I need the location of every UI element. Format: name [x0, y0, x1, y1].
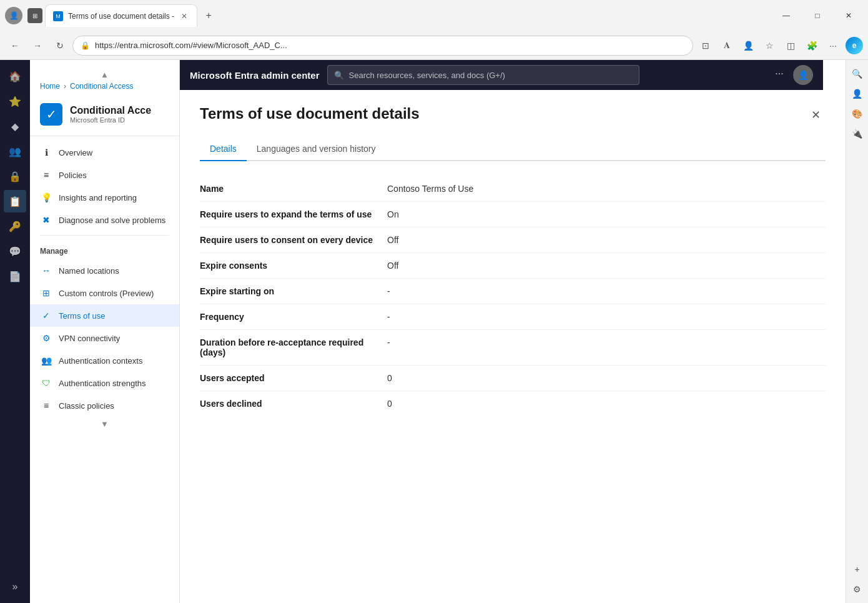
favorites-icon[interactable]: ☆	[759, 36, 779, 56]
scroll-up-button[interactable]: ▲	[30, 67, 179, 82]
more-options-button[interactable]: ···	[771, 65, 788, 82]
close-button[interactable]: ✕	[834, 6, 863, 26]
minimize-button[interactable]: —	[772, 6, 801, 26]
sidebar-toggle-icon[interactable]: ◫	[781, 36, 801, 56]
nav-item-auth-contexts[interactable]: 👥 Authentication contexts	[30, 349, 179, 372]
refresh-button[interactable]: ↻	[50, 36, 70, 56]
sidebar-icon-favorites[interactable]: ⭐	[4, 90, 26, 112]
field-value-require-expand: On	[387, 209, 399, 219]
browser-frame: 👤 ⊞ M Terms of use document details - ✕ …	[0, 0, 868, 603]
nav-item-terms-of-use-label: Terms of use	[59, 311, 105, 321]
nav-item-custom-controls[interactable]: ⊞ Custom controls (Preview)	[30, 282, 179, 304]
app-title: Microsoft Entra admin center	[190, 70, 320, 81]
sidebar-icon-security[interactable]: 🔒	[4, 165, 26, 187]
sidebar-icon-chat[interactable]: 💬	[4, 240, 26, 262]
breadcrumb-conditional-access[interactable]: Conditional Access	[70, 82, 133, 91]
sidebar-header-subtitle: Microsoft Entra ID	[70, 116, 151, 124]
extensions-icon[interactable]: 🧩	[802, 36, 822, 56]
scroll-down-button[interactable]: ▼	[30, 417, 179, 431]
nav-item-diagnose[interactable]: ✖ Diagnose and solve problems	[30, 209, 179, 231]
app-header: Microsoft Entra admin center 🔍 Search re…	[180, 60, 823, 90]
address-bar[interactable]: 🔒 https://entra.microsoft.com/#view/Micr…	[72, 36, 693, 56]
nav-item-classic-policies-label: Classic policies	[59, 401, 114, 411]
search-placeholder: Search resources, services, and docs (G+…	[349, 71, 505, 80]
field-label-users-accepted: Users accepted	[200, 373, 387, 383]
field-label-require-expand: Require users to expand the terms of use	[200, 209, 387, 219]
lock-icon: 🔒	[81, 41, 90, 50]
sidebar-icon-home[interactable]: 🏠	[4, 65, 26, 87]
nav-item-auth-strengths[interactable]: 🛡 Authentication strengths	[30, 372, 179, 394]
maximize-button[interactable]: □	[803, 6, 832, 26]
field-label-require-device: Require users to consent on every device	[200, 235, 387, 245]
main-layout: 🏠 ⭐ ◆ 👥 🔒 📋 🔑 💬 📄 » ▲ Home › Conditional…	[0, 60, 868, 603]
app-search-bar[interactable]: 🔍 Search resources, services, and docs (…	[327, 65, 639, 85]
nav-item-custom-controls-label: Custom controls (Preview)	[59, 289, 154, 298]
sidebar-icon-compliance[interactable]: 📋	[4, 190, 26, 212]
nav-item-insights[interactable]: 💡 Insights and reporting	[30, 186, 179, 209]
field-value-expire-starting: -	[387, 286, 390, 296]
sidebar-icon-identity[interactable]: ◆	[4, 115, 26, 137]
breadcrumb-home[interactable]: Home	[40, 82, 60, 91]
detail-panel-close-button[interactable]: ✕	[806, 105, 826, 125]
nav-item-overview[interactable]: ℹ Overview	[30, 141, 179, 164]
tab-favicon: M	[53, 11, 63, 21]
field-label-frequency: Frequency	[200, 312, 387, 322]
more-tools-icon[interactable]: ···	[823, 36, 843, 56]
field-value-users-declined: 0	[387, 399, 392, 409]
field-label-expire-consents: Expire consents	[200, 261, 387, 271]
tab-close-button[interactable]: ✕	[179, 11, 189, 21]
tab-title: Terms of use document details -	[68, 12, 174, 21]
nav-item-policies[interactable]: ≡ Policies	[30, 164, 179, 186]
header-profile-button[interactable]: 👤	[793, 65, 813, 85]
terms-of-use-icon: ✓	[40, 309, 52, 322]
toolbar-actions: ⊡ 𝐀 👤 ☆ ◫ 🧩 ···	[696, 36, 843, 56]
tab-languages-version-history[interactable]: Languages and version history	[247, 137, 386, 161]
field-label-name: Name	[200, 184, 387, 194]
detail-panel-title: Terms of use document details	[200, 105, 420, 122]
overview-icon: ℹ	[40, 146, 52, 159]
sidebar-icon-expand[interactable]: »	[4, 576, 26, 598]
classic-policies-icon: ≡	[40, 399, 52, 412]
forward-button[interactable]: →	[27, 36, 47, 56]
edge-settings-icon[interactable]: ⚙	[849, 581, 866, 598]
split-view-icon[interactable]: ⊡	[696, 36, 716, 56]
detail-panel-header: Terms of use document details ✕	[200, 105, 826, 125]
grid-icon: ⊞	[27, 8, 42, 23]
browser-tab-active[interactable]: M Terms of use document details - ✕	[45, 4, 197, 27]
account-icon[interactable]: 👤	[738, 36, 758, 56]
icon-sidebar: 🏠 ⭐ ◆ 👥 🔒 📋 🔑 💬 📄 »	[0, 60, 30, 603]
back-button[interactable]: ←	[5, 36, 25, 56]
edge-theme-icon[interactable]: 🎨	[849, 105, 866, 122]
field-value-require-device: Off	[387, 235, 398, 245]
edge-search-icon[interactable]: 🔍	[849, 65, 866, 82]
field-value-expire-consents: Off	[387, 261, 398, 271]
table-row: Require users to consent on every device…	[200, 227, 826, 253]
breadcrumb: Home › Conditional Access	[30, 82, 179, 98]
edge-add-icon[interactable]: +	[849, 561, 866, 578]
table-row: Expire starting on -	[200, 279, 826, 304]
nav-item-terms-of-use[interactable]: ✓ Terms of use	[30, 304, 179, 327]
table-row: Expire consents Off	[200, 253, 826, 279]
read-aloud-icon[interactable]: 𝐀	[717, 36, 737, 56]
nav-item-vpn[interactable]: ⚙ VPN connectivity	[30, 327, 179, 349]
nav-divider	[40, 235, 169, 236]
diagnose-icon: ✖	[40, 214, 52, 226]
nav-item-overview-label: Overview	[59, 148, 92, 157]
details-table: Name Contoso Terms of Use Require users …	[200, 176, 826, 416]
nav-item-named-locations[interactable]: ↔ Named locations	[30, 259, 179, 282]
table-row: Duration before re-acceptance required (…	[200, 330, 826, 366]
app-header-actions: ··· 👤	[771, 65, 813, 85]
new-tab-button[interactable]: +	[200, 7, 217, 24]
tab-details[interactable]: Details	[200, 137, 247, 161]
auth-strengths-icon: 🛡	[40, 377, 52, 389]
sidebar-icon-keys[interactable]: 🔑	[4, 215, 26, 237]
main-content: Microsoft Entra admin center 🔍 Search re…	[180, 60, 846, 603]
sidebar-icon-users[interactable]: 👥	[4, 140, 26, 162]
address-text: https://entra.microsoft.com/#view/Micros…	[95, 41, 685, 50]
edge-extensions-icon[interactable]: 🔌	[849, 125, 866, 142]
nav-item-classic-policies[interactable]: ≡ Classic policies	[30, 394, 179, 417]
user-profile-icon[interactable]: 👤	[5, 7, 22, 24]
sidebar-icon-reports[interactable]: 📄	[4, 265, 26, 287]
nav-item-diagnose-label: Diagnose and solve problems	[59, 216, 165, 225]
edge-profile-icon[interactable]: 👤	[849, 85, 866, 102]
